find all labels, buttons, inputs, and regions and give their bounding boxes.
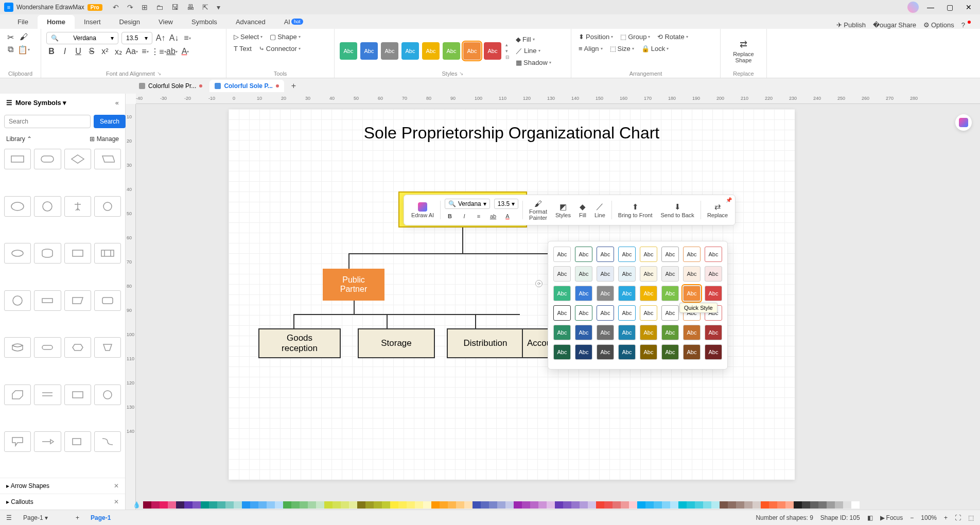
paste-icon[interactable]: 📋 xyxy=(19,44,29,55)
format-painter-button[interactable]: 🖌Format Painter xyxy=(527,198,549,222)
shape-stencil[interactable] xyxy=(64,196,91,217)
chart-title[interactable]: Sole Proprietorship Organizational Chart xyxy=(229,124,795,143)
export-icon[interactable]: ⇱ xyxy=(202,3,208,11)
edraw-ai-badge[interactable] xyxy=(955,114,972,131)
color-swatch[interactable] xyxy=(827,501,835,509)
shape-stencil[interactable] xyxy=(94,384,121,405)
print-icon[interactable]: 🖶 xyxy=(187,3,194,11)
quick-style-swatch[interactable]: Abc xyxy=(597,286,614,301)
quick-style-swatch[interactable]: Abc xyxy=(683,325,701,340)
shape-stencil[interactable] xyxy=(34,290,61,311)
mini-fill-button[interactable]: ◆Fill xyxy=(577,201,588,219)
shape-stencil[interactable] xyxy=(64,337,91,358)
quick-style-swatch[interactable]: Abc xyxy=(618,344,636,360)
eyedropper-icon[interactable]: 💧 xyxy=(132,500,141,510)
color-swatch[interactable] xyxy=(168,501,176,509)
zoom-out-icon[interactable]: − xyxy=(910,514,914,521)
group-button[interactable]: ⬚ Group xyxy=(618,32,652,42)
quick-style-swatch[interactable]: Abc xyxy=(661,286,679,301)
fill-button[interactable]: ◆ Fill xyxy=(514,34,553,44)
color-swatch[interactable] xyxy=(250,501,258,509)
color-swatch[interactable] xyxy=(143,501,151,509)
quick-style-swatch[interactable]: Abc xyxy=(640,247,657,262)
quick-style-swatch[interactable]: Abc xyxy=(597,325,614,340)
color-swatch[interactable] xyxy=(374,501,382,509)
panel-title[interactable]: More Symbols ▾ xyxy=(15,99,66,107)
lock-button[interactable]: 🔒 Lock xyxy=(639,44,671,54)
quick-style-swatch[interactable]: Abc xyxy=(705,286,722,301)
color-swatch[interactable] xyxy=(538,501,547,509)
color-swatch[interactable] xyxy=(258,501,267,509)
color-swatch[interactable] xyxy=(176,501,184,509)
cut-icon[interactable]: ✂ xyxy=(5,32,15,42)
shape-stencil[interactable] xyxy=(94,243,121,264)
shape-stencil[interactable] xyxy=(34,431,61,452)
shape-tool[interactable]: ▢ Shape xyxy=(268,32,303,42)
color-swatch[interactable] xyxy=(612,501,621,509)
styles-button[interactable]: ◩Styles xyxy=(553,201,573,219)
tab-design[interactable]: Design xyxy=(110,15,149,29)
quick-style-swatch[interactable]: Abc xyxy=(640,325,657,340)
color-swatch[interactable] xyxy=(596,501,604,509)
shape-stencil[interactable] xyxy=(64,290,91,311)
quick-style-swatch[interactable]: Abc xyxy=(618,286,636,301)
color-swatch[interactable] xyxy=(431,501,440,509)
color-swatch[interactable] xyxy=(794,501,802,509)
mini-fontcolor-icon[interactable]: A xyxy=(502,211,513,221)
increase-font-icon[interactable]: A↑ xyxy=(155,33,166,43)
color-swatch[interactable] xyxy=(711,501,720,509)
style-swatch[interactable]: Abc xyxy=(484,42,501,60)
strike-icon[interactable]: S xyxy=(86,46,97,57)
color-swatch[interactable] xyxy=(777,501,785,509)
subscript-icon[interactable]: x₂ xyxy=(113,46,124,57)
color-swatch[interactable] xyxy=(769,501,777,509)
color-swatch[interactable] xyxy=(217,501,225,509)
color-swatch[interactable] xyxy=(637,501,645,509)
color-swatch[interactable] xyxy=(720,501,728,509)
color-swatch[interactable] xyxy=(382,501,390,509)
style-swatch[interactable]: Abc xyxy=(381,42,398,60)
mini-line-button[interactable]: ／Line xyxy=(592,201,607,219)
color-swatch[interactable] xyxy=(398,501,407,509)
position-button[interactable]: ⬍ Position xyxy=(576,32,615,42)
color-swatch[interactable] xyxy=(547,501,555,509)
color-swatch[interactable] xyxy=(580,501,588,509)
shape-stencil[interactable] xyxy=(34,196,61,217)
quick-style-swatch[interactable]: Abc xyxy=(618,266,636,282)
color-swatch[interactable] xyxy=(571,501,580,509)
color-swatch[interactable] xyxy=(242,501,250,509)
style-swatch[interactable]: Abc xyxy=(340,42,357,60)
color-swatch[interactable] xyxy=(267,501,275,509)
open-icon[interactable]: 🗀 xyxy=(156,3,163,11)
shape-stencil[interactable] xyxy=(94,337,121,358)
color-swatch[interactable] xyxy=(670,501,678,509)
color-swatch[interactable] xyxy=(785,501,794,509)
doc-tab-1[interactable]: Colorful Sole Pr... xyxy=(134,80,207,92)
help-icon[interactable]: ? xyxy=(961,21,970,29)
color-swatch[interactable] xyxy=(201,501,209,509)
quick-style-swatch[interactable]: Abc xyxy=(553,266,571,282)
add-tab-button[interactable]: + xyxy=(286,81,301,91)
doc-tab-2[interactable]: Colorful Sole P... xyxy=(209,80,284,92)
text-tool[interactable]: T Text xyxy=(232,44,254,54)
font-size-select[interactable]: 13.5▾ xyxy=(121,32,152,44)
color-swatch[interactable] xyxy=(440,501,448,509)
color-swatch[interactable] xyxy=(752,501,761,509)
quick-style-swatch[interactable]: Abc xyxy=(683,266,701,282)
mini-font-select[interactable]: 🔍 Verdana ▾ xyxy=(445,199,490,209)
color-swatch[interactable] xyxy=(818,501,827,509)
styles-more-icon[interactable]: ⊟ xyxy=(505,55,510,60)
close-icon[interactable]: ✕ xyxy=(961,3,976,11)
shape-stencil[interactable] xyxy=(94,431,121,452)
undo-icon[interactable]: ↶ xyxy=(113,3,119,11)
color-swatch[interactable] xyxy=(316,501,324,509)
quick-style-swatch[interactable]: Abc xyxy=(553,286,571,301)
quick-style-swatch[interactable]: Abc xyxy=(553,247,571,262)
color-swatch[interactable] xyxy=(365,501,374,509)
search-button[interactable]: Search xyxy=(94,115,126,128)
shape-stencil[interactable] xyxy=(94,149,121,169)
shape-stencil[interactable] xyxy=(34,149,61,169)
style-swatch[interactable]: Abc xyxy=(463,42,481,60)
add-page-button[interactable]: + xyxy=(76,514,79,521)
search-input[interactable] xyxy=(4,115,91,128)
